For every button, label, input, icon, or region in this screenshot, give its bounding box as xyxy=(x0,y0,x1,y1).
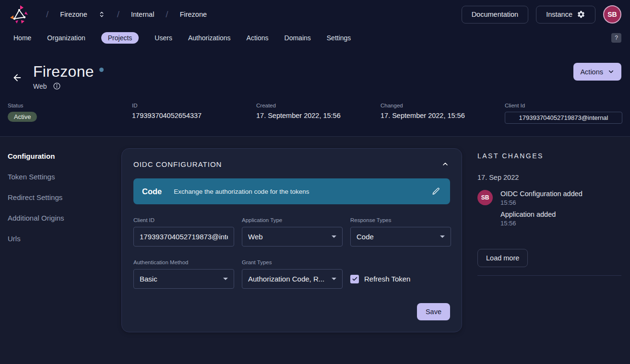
id-label: ID xyxy=(132,103,256,108)
breadcrumb-separator: / xyxy=(46,9,48,20)
status-badge: Active xyxy=(8,112,37,122)
auth-method-field-group: Authentication Method Basic xyxy=(133,259,234,289)
meta-client-id: Client Id 179393704052719873@internal xyxy=(505,103,622,124)
avatar-initials: SB xyxy=(607,11,617,18)
sidebar-item-additional-origins[interactable]: Additional Origins xyxy=(8,214,121,222)
client-id-input[interactable] xyxy=(133,227,234,247)
nav-item-domains[interactable]: Domains xyxy=(285,34,311,42)
sidebar-item-urls[interactable]: Urls xyxy=(8,235,121,243)
back-arrow-icon xyxy=(12,72,23,83)
save-button[interactable]: Save xyxy=(417,303,450,320)
actions-label: Actions xyxy=(580,68,603,76)
nav-item-authorizations[interactable]: Authorizations xyxy=(188,34,231,42)
org-switcher-unfold-icon[interactable] xyxy=(98,11,106,18)
event-label[interactable]: OIDC Configuration added xyxy=(500,190,582,198)
back-button[interactable] xyxy=(10,70,24,86)
response-types-select[interactable]: Code xyxy=(350,227,451,247)
help-button[interactable]: ? xyxy=(611,33,621,43)
breadcrumb-org[interactable]: Firezone xyxy=(60,11,87,18)
change-event: OIDC Configuration added 15:56 xyxy=(500,190,582,206)
client-id-label: Client Id xyxy=(505,103,622,108)
refresh-token-checkbox-row[interactable]: Refresh Token xyxy=(350,269,410,289)
grant-types-field-group: Grant Types Authorization Code, R... xyxy=(242,259,343,289)
page-title: Firezone xyxy=(33,63,94,81)
breadcrumb: / Firezone / Internal / Firezone xyxy=(35,9,207,20)
topbar: / Firezone / Internal / Firezone Documen… xyxy=(0,0,630,29)
gear-icon xyxy=(577,10,585,19)
breadcrumb-app[interactable]: Firezone xyxy=(180,11,207,18)
pencil-icon xyxy=(432,187,440,196)
section-sidebar: Configuration Token Settings Redirect Se… xyxy=(8,148,121,255)
event-avatar: SB xyxy=(477,190,493,205)
event-time: 15:56 xyxy=(500,220,582,227)
auth-method-value: Basic xyxy=(140,275,157,283)
meta-row: Status Active ID 179393704052654337 Crea… xyxy=(0,90,630,136)
actions-menu-button[interactable]: Actions xyxy=(573,63,621,81)
sidebar-item-configuration[interactable]: Configuration xyxy=(8,152,121,160)
zitadel-logo-icon[interactable] xyxy=(9,4,30,25)
grant-types-value: Authorization Code, R... xyxy=(248,275,324,283)
edit-grant-flow-button[interactable] xyxy=(431,186,441,197)
last-changes-panel: LAST CHANGES 17. Sep 2022 SB OIDC Config… xyxy=(477,148,621,276)
top-region: / Firezone / Internal / Firezone Documen… xyxy=(0,0,630,137)
nav-item-projects[interactable]: Projects xyxy=(101,32,139,44)
nav-item-users[interactable]: Users xyxy=(155,34,172,42)
breadcrumb-project[interactable]: Internal xyxy=(131,11,154,18)
event-label[interactable]: Application added xyxy=(500,211,582,218)
sidebar-item-redirect-settings[interactable]: Redirect Settings xyxy=(8,193,121,201)
meta-changed: Changed 17. September 2022, 15:56 xyxy=(380,103,505,124)
chevron-down-icon xyxy=(607,68,615,75)
load-more-button[interactable]: Load more xyxy=(477,249,528,267)
page-header: Firezone Web Actions xyxy=(0,47,630,90)
nav-item-home[interactable]: Home xyxy=(13,34,31,42)
select-arrow-icon xyxy=(332,278,336,280)
refresh-token-label: Refresh Token xyxy=(364,275,410,283)
grant-types-select[interactable]: Authorization Code, R... xyxy=(242,269,343,289)
auth-method-select[interactable]: Basic xyxy=(133,269,234,289)
info-icon[interactable] xyxy=(53,82,61,90)
chevron-up-icon xyxy=(441,160,449,168)
event-avatar-initials: SB xyxy=(481,194,489,201)
application-type-field-group: Application Type Web xyxy=(242,217,343,247)
sidebar-item-token-settings[interactable]: Token Settings xyxy=(8,173,121,181)
response-types-value: Code xyxy=(357,233,374,241)
app-state-dot xyxy=(99,68,104,72)
user-avatar[interactable]: SB xyxy=(603,5,621,23)
refresh-token-checkbox[interactable] xyxy=(350,275,359,283)
meta-status: Status Active xyxy=(8,103,132,124)
client-id-copy-box[interactable]: 179393704052719873@internal xyxy=(505,112,622,124)
documentation-button[interactable]: Documentation xyxy=(462,6,529,23)
nav-item-actions[interactable]: Actions xyxy=(247,34,269,42)
changed-label: Changed xyxy=(380,103,505,108)
application-type-value: Web xyxy=(248,233,263,241)
response-types-label: Response Types xyxy=(350,217,451,223)
nav-item-organization[interactable]: Organization xyxy=(47,34,85,42)
meta-id: ID 179393704052654337 xyxy=(132,103,256,124)
instance-label: Instance xyxy=(546,11,572,18)
event-time: 15:56 xyxy=(500,199,582,206)
title-group: Firezone Web xyxy=(33,63,104,90)
application-type-select[interactable]: Web xyxy=(242,227,343,247)
topbar-right: Documentation Instance SB xyxy=(462,5,621,23)
main-content: Configuration Token Settings Redirect Se… xyxy=(0,137,630,332)
main-nav: Home Organization Projects Users Authori… xyxy=(0,29,630,47)
breadcrumb-separator: / xyxy=(117,9,119,20)
last-changes-title: LAST CHANGES xyxy=(477,152,621,160)
client-id-field-label: Client ID xyxy=(133,217,234,223)
client-id-field-group: Client ID xyxy=(133,217,234,247)
id-value: 179393704052654337 xyxy=(132,112,256,119)
grant-flow-title: Code xyxy=(142,187,162,196)
auth-method-label: Authentication Method xyxy=(133,259,234,265)
nav-item-settings[interactable]: Settings xyxy=(327,34,351,42)
refresh-token-field-group: Refresh Token xyxy=(350,259,451,289)
checkmark-icon xyxy=(352,276,358,282)
select-arrow-icon xyxy=(223,278,228,280)
grant-flow-description: Exchange the authorization code for the … xyxy=(174,188,309,195)
changes-date: 17. Sep 2022 xyxy=(477,174,621,181)
breadcrumb-separator: / xyxy=(166,9,168,20)
form-row-1: Client ID Application Type Web Response … xyxy=(133,217,450,247)
change-event: Application added 15:56 xyxy=(500,211,582,227)
meta-created: Created 17. September 2022, 15:56 xyxy=(256,103,380,124)
instance-button[interactable]: Instance xyxy=(536,6,595,23)
collapse-card-button[interactable] xyxy=(440,159,450,169)
